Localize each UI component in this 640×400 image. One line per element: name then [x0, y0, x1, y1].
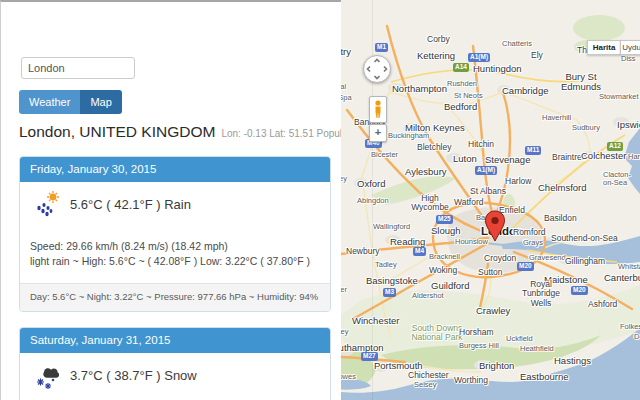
map-label: Basingstoke	[366, 276, 418, 286]
map-label: Hastings	[554, 356, 591, 366]
temp-row: 3.7°C ( 38.7°F ) Snow	[35, 361, 197, 389]
map-label: Sutton	[478, 268, 503, 277]
map-label: Selsey	[414, 381, 437, 389]
map-label: Clacton-on-Sea	[603, 171, 640, 188]
road-badge: M1	[375, 43, 388, 52]
map-label: Sudbury	[572, 124, 600, 132]
map-label: Bury St Edmunds	[561, 72, 601, 93]
extension-popup: Weather Map London, UNITED KINGDOMLon: -…	[0, 0, 640, 400]
map-label: Aldershot	[412, 292, 444, 300]
map-label: Chichester	[408, 371, 449, 380]
map-label: Kettering	[417, 51, 455, 61]
map-label: Reading	[390, 237, 425, 247]
map-label: Slough	[431, 226, 461, 236]
map-label: Harlow	[505, 177, 531, 186]
map-label: Horsham	[459, 328, 493, 337]
card-date-header: Friday, January 30, 2015	[20, 157, 330, 182]
map-label: Cambridge	[502, 86, 548, 96]
map-label: Ely	[531, 51, 543, 60]
map-label: Hitchin	[468, 140, 494, 149]
road-badge: A12	[607, 142, 623, 151]
map-label: Diss	[621, 55, 636, 63]
map-label: Cowes	[341, 373, 356, 381]
road-badge: M3	[383, 288, 396, 297]
map-label: Newbury	[346, 247, 380, 256]
snow-icon	[35, 361, 61, 389]
map-label: Grays	[523, 239, 543, 247]
map-label: Buckingham	[388, 132, 429, 140]
temperature-summary: 3.7°C ( 38.7°F ) Snow	[70, 368, 197, 383]
map-label: Romford	[513, 228, 546, 237]
map-label: Basildon	[544, 214, 577, 223]
road-badge: A1(M)	[468, 53, 490, 62]
map-label: Witney	[341, 175, 347, 183]
wind-speed: Speed: 29.66 km/h (8.24 m/s) (18.42 mph)	[30, 240, 228, 252]
map-label: Dover	[634, 333, 640, 341]
map-label: Northampton	[392, 84, 447, 94]
tab-weather[interactable]: Weather	[19, 90, 80, 114]
view-toggle: Weather Map	[19, 90, 122, 114]
map-label: Colchester	[581, 151, 626, 161]
high-low-range: light rain ~ High: 5.6°C ~ ( 42.08°F ) L…	[30, 255, 310, 267]
temp-row: 5.6°C ( 42.1°F ) Rain	[35, 190, 191, 218]
map-label: Stevenage	[485, 155, 530, 165]
map-label: High Wycombe	[411, 194, 449, 213]
map-label: Huntingdon	[473, 64, 522, 74]
location-header: London, UNITED KINGDOMLon: -0.13 Lat: 51…	[19, 123, 375, 141]
card-date-header: Saturday, January 31, 2015	[20, 328, 330, 353]
map-label: Winchester	[352, 316, 400, 326]
map-label: Southend-on-Sea	[551, 234, 618, 243]
map-label: Worthing	[454, 376, 488, 385]
map-label: Rushden	[447, 80, 477, 88]
map-canvas[interactable]: CoventryRoyalLeamington SpaCorbyKetterin…	[341, 0, 640, 400]
map-label: Oxford	[357, 179, 386, 189]
map-label: St Neots	[454, 92, 483, 100]
map-label: Bracknell	[429, 253, 460, 261]
map-marker-pin[interactable]	[484, 210, 506, 243]
map-label: Chelmsford	[538, 183, 587, 193]
map-label: Folkestone	[620, 323, 640, 331]
map-label: Woking	[429, 266, 457, 275]
map-label: Whitstable	[618, 263, 640, 271]
map-label: Haverhill	[542, 114, 571, 122]
forecast-card-saturday: Saturday, January 31, 2015 3.7°C	[19, 327, 331, 400]
zoom-in-button[interactable]: +	[369, 124, 387, 142]
map-label: Gravesend	[529, 254, 566, 262]
map-label: Coventry	[341, 47, 351, 57]
maptype-satellite-button[interactable]: Uydu	[620, 40, 640, 55]
map-label: Romsey	[341, 328, 349, 336]
search-input[interactable]	[21, 57, 135, 79]
map-label: Bicester	[371, 151, 398, 159]
tab-map[interactable]: Map	[80, 90, 121, 114]
map-label: Brighton	[479, 361, 514, 371]
weather-pane: Weather Map London, UNITED KINGDOMLon: -…	[0, 0, 341, 400]
map-label: Gillingham	[565, 257, 605, 266]
map-label: Eastbourne	[520, 372, 569, 382]
map-label: Luton	[453, 154, 477, 164]
maptype-map-button[interactable]: Harita	[587, 40, 621, 55]
map-label: Croydon	[484, 254, 516, 263]
map-label: Canterbury	[604, 273, 640, 283]
road-badge: M20	[517, 262, 534, 271]
map-label: Chatteris	[502, 40, 532, 48]
road-badge: M25	[436, 215, 453, 224]
pegman-icon	[370, 97, 386, 122]
map-label: Heathfield	[520, 345, 554, 353]
map-label: Ipswich	[617, 120, 640, 130]
map-label: Stowmarket	[599, 93, 639, 101]
map-label: Bedford	[444, 102, 477, 112]
pan-control[interactable]	[363, 55, 391, 83]
map-label: Royal Tunbridge Wells	[522, 280, 560, 308]
map-label: Tadley	[375, 261, 397, 269]
map-label: Harwich	[628, 153, 640, 161]
map-label: Wallingford	[373, 223, 410, 231]
road-badge: M20	[571, 286, 588, 295]
page-title: London, UNITED KINGDOM	[19, 123, 215, 140]
map-label: Corby	[427, 35, 450, 44]
card-footer-stats: Day: 5.6°C ~ Night: 3.22°C ~ Pressure: 9…	[20, 283, 330, 311]
road-badge: M4	[413, 247, 426, 256]
pegman-control[interactable]	[369, 96, 387, 123]
map-label: Guildford	[431, 281, 470, 291]
map-label: Hounslow	[455, 238, 488, 246]
road-badge: A1(M)	[475, 166, 497, 175]
